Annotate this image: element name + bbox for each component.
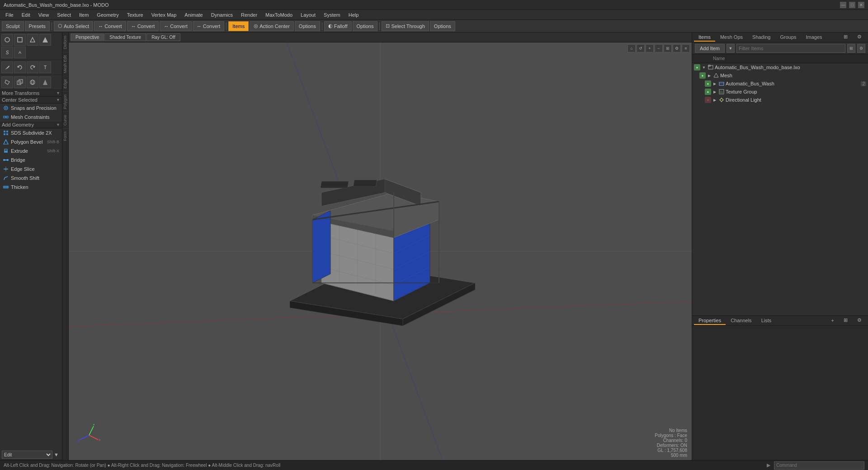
menu-layout[interactable]: Layout <box>297 11 319 19</box>
center-selected-header[interactable]: Center Selected ▼ <box>0 97 62 103</box>
items-expand-btn[interactable]: ⊞ <box>847 44 855 53</box>
rtab-images[interactable]: Images <box>802 33 827 42</box>
more-transforms-header[interactable]: More Transforms ▼ <box>0 90 62 97</box>
btab-expand[interactable]: ⊞ <box>839 316 852 325</box>
maximize-btn[interactable]: □ <box>849 2 855 8</box>
minimize-btn[interactable]: — <box>840 2 846 8</box>
tool-icon-select[interactable] <box>1 34 13 46</box>
vtab-ray-gl[interactable]: Ray GL: Off <box>146 33 180 41</box>
bridge-item[interactable]: Bridge <box>0 155 62 164</box>
items-settings-btn[interactable]: ⚙ <box>857 44 865 53</box>
menu-render[interactable]: Render <box>237 11 261 19</box>
action-center-btn[interactable]: ◎ Action Center <box>250 21 294 31</box>
tree-eye-texture[interactable]: ● <box>705 89 711 95</box>
side-label-edge[interactable]: Edge <box>62 76 69 91</box>
menu-select[interactable]: Select <box>53 11 75 19</box>
tree-expand-mesh[interactable]: ▶ <box>707 73 712 78</box>
rtab-expand[interactable]: ⊞ <box>839 33 852 42</box>
window-controls[interactable]: — □ ✕ <box>840 2 864 8</box>
add-item-btn[interactable]: Add Item <box>695 44 725 53</box>
falloff-btn[interactable]: ◐ Falloff <box>324 21 352 31</box>
side-label-polygon[interactable]: Polygon <box>62 91 69 112</box>
tree-item-mesh[interactable]: ● ▶ Mesh <box>692 71 868 80</box>
filter-items-input[interactable] <box>736 44 845 53</box>
tool-icon-scale[interactable] <box>39 34 51 46</box>
side-label-form[interactable]: Form <box>62 128 69 144</box>
options-btn2[interactable]: Options <box>353 21 378 31</box>
snaps-precision-item[interactable]: Snaps and Precision <box>0 103 62 113</box>
tool-icon-type-a[interactable]: S <box>1 47 13 58</box>
convert-btn4[interactable]: ↔ Convert <box>193 21 225 31</box>
side-label-deform[interactable]: Deform <box>62 33 69 52</box>
menu-item[interactable]: Item <box>75 11 92 19</box>
sculpt-btn[interactable]: Sculpt <box>2 21 24 31</box>
tree-eye-bus-wash[interactable]: ● <box>705 80 711 87</box>
menu-system[interactable]: System <box>320 11 344 19</box>
extrude-item[interactable]: Extrude Shift-X <box>0 146 62 155</box>
add-geometry-header[interactable]: Add Geometry ▼ <box>0 122 62 128</box>
presets-btn[interactable]: Presets <box>25 21 50 31</box>
tree-expand-texture[interactable]: ▶ <box>712 89 717 94</box>
viewport-3d[interactable]: ⌂ ↺ + − ⊞ ⚙ ≡ X Y Z <box>69 42 692 460</box>
smooth-shift-item[interactable]: Smooth Shift <box>0 174 62 183</box>
btab-properties[interactable]: Properties <box>694 317 726 325</box>
options-btn3[interactable]: Options <box>430 21 455 31</box>
menu-edit[interactable]: Edit <box>18 11 34 19</box>
menu-file[interactable]: File <box>2 11 17 19</box>
tool-icon-paint[interactable] <box>1 76 13 88</box>
vc-fit[interactable]: ⊞ <box>664 44 672 52</box>
tree-eye-mesh[interactable]: ● <box>699 72 706 79</box>
auto-select-btn[interactable]: ⬡ Auto Select <box>54 21 93 31</box>
tool-icon-cone[interactable] <box>39 76 51 88</box>
side-label-mesh-edit[interactable]: Mesh Edit <box>62 52 69 76</box>
vc-rotate[interactable]: ↺ <box>637 44 645 52</box>
tree-expand-root[interactable]: ▼ <box>701 65 707 70</box>
rtab-options[interactable]: ⚙ <box>853 33 866 42</box>
options-btn1[interactable]: Options <box>295 21 320 31</box>
tool-icon-text[interactable]: T <box>39 61 51 73</box>
tree-item-dir-light[interactable]: ○ ▶ Directional Light <box>692 96 868 104</box>
menu-animate[interactable]: Animate <box>181 11 206 19</box>
tree-expand-light[interactable]: ▶ <box>712 97 717 103</box>
tree-item-root[interactable]: ● ▼ Automatic_Bus_Wash_modo_base.lxo <box>692 63 868 71</box>
btab-add[interactable]: + <box>827 317 839 325</box>
tool-icon-redo[interactable] <box>27 61 38 73</box>
btab-channels[interactable]: Channels <box>726 317 756 325</box>
rtab-mesh-ops[interactable]: Mesh Ops <box>716 33 747 42</box>
thicken-item[interactable]: Thicken <box>0 183 62 192</box>
vc-zoom-out[interactable]: − <box>655 44 663 52</box>
tree-item-bus-wash[interactable]: ● ▶ Automatic_Bus_Wash 2 <box>692 80 868 88</box>
mesh-constraints-item[interactable]: Mesh Constraints <box>0 113 62 122</box>
vc-reset[interactable]: ⌂ <box>627 44 636 52</box>
tree-expand-bus-wash[interactable]: ▶ <box>712 81 717 86</box>
close-btn[interactable]: ✕ <box>858 2 864 8</box>
menu-help[interactable]: Help <box>345 11 363 19</box>
convert-btn2[interactable]: ↔ Convert <box>127 21 159 31</box>
vc-settings[interactable]: ⚙ <box>673 44 681 52</box>
command-input[interactable] <box>774 461 864 470</box>
btab-lists[interactable]: Lists <box>757 317 776 325</box>
vtab-shaded-texture[interactable]: Shaded Texture <box>104 33 146 41</box>
edit-dropdown-arrow[interactable]: ▼ <box>52 452 60 457</box>
convert-btn3[interactable]: ↔ Convert <box>160 21 192 31</box>
edit-dropdown[interactable]: Edit <box>2 451 52 459</box>
tool-icon-pen[interactable] <box>1 61 13 73</box>
tool-icon-type-b[interactable]: A <box>14 47 26 58</box>
tree-eye-root[interactable]: ● <box>694 64 700 70</box>
vc-menu[interactable]: ≡ <box>682 44 690 52</box>
convert-btn1[interactable]: ↔ Convert <box>94 21 126 31</box>
tool-icon-rotate[interactable] <box>27 34 38 46</box>
select-through-btn[interactable]: ⊡ Select Through <box>382 21 429 31</box>
tool-icon-undo[interactable] <box>14 61 26 73</box>
menu-texture[interactable]: Texture <box>123 11 147 19</box>
vtab-perspective[interactable]: Perspective <box>71 33 104 41</box>
sds-subdivide-item[interactable]: SDS Subdivide 2X <box>0 128 62 137</box>
polygon-bevel-item[interactable]: Polygon Bevel Shift-B <box>0 137 62 146</box>
tool-icon-move[interactable] <box>14 34 26 46</box>
items-btn[interactable]: Items <box>228 21 249 31</box>
menu-geometry[interactable]: Geometry <box>93 11 122 19</box>
side-label-curve[interactable]: Curve <box>62 112 69 128</box>
menu-dynamics[interactable]: Dynamics <box>208 11 236 19</box>
menu-view[interactable]: View <box>35 11 53 19</box>
edge-slice-item[interactable]: Edge Slice <box>0 164 62 174</box>
